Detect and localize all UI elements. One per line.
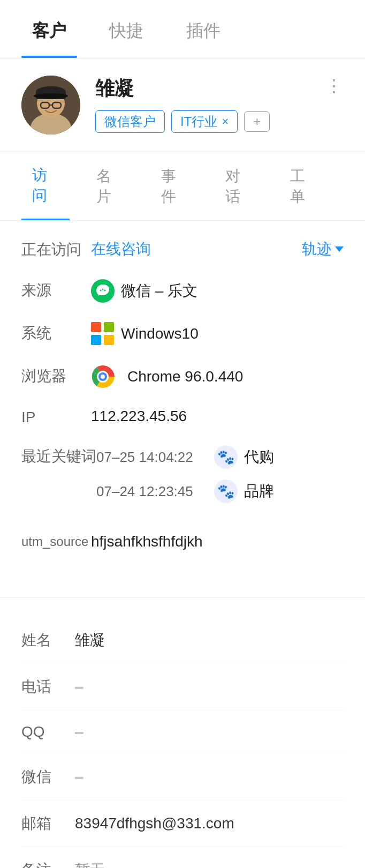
keyword-item-2: 07–24 12:23:45 🐾 品牌	[96, 480, 344, 503]
personal-qq-value: –	[75, 723, 83, 740]
wechat-source-icon	[91, 279, 115, 303]
profile-section: 雏凝 微信客户 IT行业 × + ⋮	[0, 58, 365, 152]
personal-info-section: 姓名 雏凝 电话 – QQ – 微信 – 邮箱 83947dfhgsh@331.…	[0, 617, 365, 868]
source-label: 来源	[21, 279, 91, 301]
visiting-row: 正在访问 在线咨询 轨迹	[21, 238, 344, 260]
keywords-list: 07–25 14:04:22 🐾 代购 07–24 12:23:45 🐾 品牌	[96, 445, 344, 514]
trajectory-button[interactable]: 轨迹	[302, 239, 344, 259]
keyword-text-1: 代购	[244, 447, 274, 467]
windows-icon	[91, 322, 115, 346]
profile-name: 雏凝	[95, 76, 344, 102]
utm-row: utm_source hfjsahfkhsfhfdjkh	[21, 533, 344, 550]
personal-phone-label: 电话	[21, 677, 75, 697]
main-tab-bar: 客户 快捷 插件	[0, 0, 365, 58]
sub-tab-visit[interactable]: 访问	[21, 152, 70, 220]
chrome-icon	[91, 365, 115, 388]
svg-point-9	[100, 290, 102, 291]
personal-name-label: 姓名	[21, 630, 75, 650]
browser-row: 浏览器 Chrome 96.0.440	[21, 365, 344, 388]
personal-phone-row: 电话 –	[21, 664, 344, 710]
sub-tab-event[interactable]: 事件	[150, 153, 199, 220]
svg-point-10	[102, 289, 104, 290]
svg-point-5	[34, 93, 68, 99]
tag-it-label: IT行业	[180, 113, 217, 130]
section-divider	[0, 597, 365, 598]
visit-content: 正在访问 在线咨询 轨迹 来源 微信 – 乐文 系统	[0, 221, 365, 587]
profile-info: 雏凝 微信客户 IT行业 × +	[95, 76, 344, 133]
personal-phone-value: –	[75, 678, 83, 695]
system-row: 系统 Windows10	[21, 322, 344, 346]
keyword-text-2: 品牌	[244, 481, 274, 502]
more-options-button[interactable]: ⋮	[325, 76, 344, 96]
personal-remark-row: 备注 暂无	[21, 847, 344, 868]
utm-label: utm_source	[21, 533, 91, 549]
personal-remark-value: 暂无	[75, 860, 105, 868]
sub-tab-card[interactable]: 名片	[86, 153, 134, 220]
tag-add-button[interactable]: +	[244, 111, 270, 132]
ip-label: IP	[21, 408, 91, 426]
tag-it-industry[interactable]: IT行业 ×	[171, 110, 238, 133]
trajectory-arrow-icon	[335, 246, 344, 252]
tab-quick[interactable]: 快捷	[98, 0, 154, 58]
sub-tab-workorder[interactable]: 工单	[279, 153, 328, 220]
browser-label: 浏览器	[21, 365, 91, 386]
keywords-label: 最近关键词	[21, 445, 96, 467]
svg-point-15	[101, 375, 105, 379]
sub-tab-bar: 访问 名片 事件 对话 工单	[0, 152, 365, 221]
tab-client[interactable]: 客户	[21, 0, 77, 58]
personal-remark-label: 备注	[21, 860, 75, 868]
ip-row: IP 112.223.45.56	[21, 408, 344, 426]
tag-remove-icon[interactable]: ×	[222, 115, 229, 129]
personal-name-value: 雏凝	[75, 630, 105, 650]
personal-wechat-value: –	[75, 768, 83, 785]
keyword-time-2: 07–24 12:23:45	[96, 483, 214, 500]
source-value: 微信 – 乐文	[121, 281, 197, 301]
source-row: 来源 微信 – 乐文	[21, 279, 344, 303]
personal-qq-label: QQ	[21, 723, 75, 740]
system-label: 系统	[21, 322, 91, 343]
personal-name-row: 姓名 雏凝	[21, 617, 344, 664]
ip-value: 112.223.45.56	[91, 408, 344, 425]
paw-icon-2: 🐾	[214, 480, 238, 503]
tab-plugin[interactable]: 插件	[176, 0, 231, 58]
personal-email-label: 邮箱	[21, 813, 75, 834]
tag-wechat-client: 微信客户	[95, 110, 165, 133]
tags-row: 微信客户 IT行业 × +	[95, 110, 344, 133]
avatar	[21, 76, 80, 134]
keywords-row: 最近关键词 07–25 14:04:22 🐾 代购 07–24 12:23:45…	[21, 445, 344, 514]
personal-qq-row: QQ –	[21, 710, 344, 754]
sub-tab-dialog[interactable]: 对话	[215, 153, 263, 220]
svg-point-11	[104, 290, 106, 291]
keyword-time-1: 07–25 14:04:22	[96, 449, 214, 466]
trajectory-label: 轨迹	[302, 239, 332, 259]
utm-value: hfjsahfkhsfhfdjkh	[91, 533, 344, 550]
keyword-item-1: 07–25 14:04:22 🐾 代购	[96, 445, 344, 469]
browser-value: Chrome 96.0.440	[127, 368, 243, 385]
personal-email-row: 邮箱 83947dfhgsh@331.com	[21, 800, 344, 847]
personal-wechat-row: 微信 –	[21, 754, 344, 800]
paw-icon-1: 🐾	[214, 445, 238, 469]
personal-wechat-label: 微信	[21, 767, 75, 787]
system-value: Windows10	[121, 325, 199, 342]
visiting-value[interactable]: 在线咨询	[91, 239, 302, 259]
visiting-label: 正在访问	[21, 238, 91, 260]
personal-email-value: 83947dfhgsh@331.com	[75, 815, 234, 832]
